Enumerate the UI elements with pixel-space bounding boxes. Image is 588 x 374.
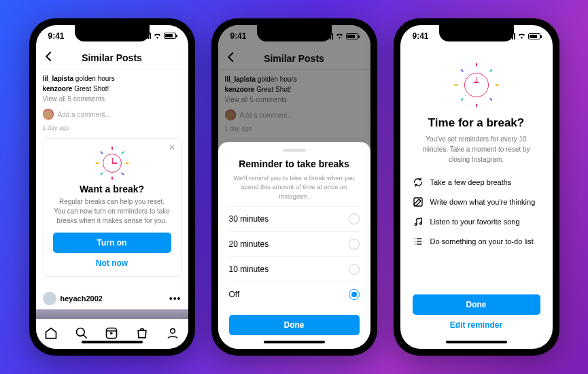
post-caption-area: lil_lapista golden hours kenzoore Great … bbox=[36, 69, 188, 107]
notch bbox=[439, 25, 514, 41]
wifi-icon bbox=[517, 32, 526, 40]
sheet-subtitle: We'll remind you to take a break when yo… bbox=[229, 173, 360, 201]
break-buttons: Done Edit reminder bbox=[400, 288, 553, 349]
sheet-grabber[interactable] bbox=[283, 149, 306, 152]
break-screen: Time for a break? You've set reminders f… bbox=[400, 47, 553, 288]
caption-text: golden hours bbox=[75, 75, 115, 82]
nav-header: Similar Posts bbox=[36, 47, 188, 70]
status-time: 9:41 bbox=[48, 31, 65, 41]
caption-user[interactable]: lil_lapista bbox=[43, 75, 74, 82]
home-icon[interactable] bbox=[44, 326, 58, 343]
card-body: Regular breaks can help you reset. You c… bbox=[53, 197, 171, 226]
break-prompt-card: ✕ Want a break? Regular breaks can help … bbox=[43, 138, 181, 277]
more-icon[interactable]: ••• bbox=[169, 293, 181, 304]
tip-write: Write down what you're thinking bbox=[413, 197, 540, 207]
svg-point-11 bbox=[414, 238, 415, 239]
status-time: 9:41 bbox=[413, 31, 429, 41]
search-icon[interactable] bbox=[75, 326, 88, 343]
option-30min[interactable]: 30 minutes bbox=[229, 206, 360, 231]
modal-overlay[interactable]: Reminder to take breaks We'll remind you… bbox=[218, 25, 370, 349]
option-off[interactable]: Off bbox=[229, 282, 360, 307]
break-subtitle: You've set reminders for every 10 minute… bbox=[413, 134, 540, 165]
tip-breathe: Take a few deep breaths bbox=[413, 177, 540, 188]
clock-icon bbox=[96, 147, 128, 180]
list-icon bbox=[413, 236, 423, 247]
svg-point-7 bbox=[419, 222, 421, 224]
screen-3: 9:41 Time for bbox=[400, 25, 553, 349]
shop-icon[interactable] bbox=[135, 326, 149, 343]
refresh-icon bbox=[413, 177, 423, 188]
music-icon bbox=[413, 216, 423, 227]
comment-text: Great Shot! bbox=[74, 85, 109, 92]
edit-icon bbox=[413, 197, 423, 207]
radio-icon bbox=[349, 214, 360, 224]
screen-2: 9:41 Similar Posts lil_lapista golden ho… bbox=[218, 25, 370, 349]
edit-reminder-button[interactable]: Edit reminder bbox=[413, 315, 540, 330]
svg-point-4 bbox=[171, 328, 175, 333]
card-title: Want a break? bbox=[53, 184, 171, 194]
profile-icon[interactable] bbox=[166, 326, 179, 343]
tips-list: Take a few deep breaths Write down what … bbox=[413, 177, 540, 247]
page-title: Similar Posts bbox=[82, 52, 142, 63]
tip-todo: Do something on your to-do list bbox=[413, 236, 540, 247]
post-username[interactable]: heyach2002 bbox=[60, 294, 165, 303]
close-icon[interactable]: ✕ bbox=[169, 143, 175, 152]
notch bbox=[257, 25, 332, 41]
svg-point-6 bbox=[415, 224, 417, 226]
svg-point-0 bbox=[76, 328, 84, 336]
turn-on-button[interactable]: Turn on bbox=[53, 233, 171, 253]
phone-3: 9:41 Time for bbox=[394, 18, 559, 356]
tab-bar bbox=[36, 319, 188, 349]
phone-2: 9:41 Similar Posts lil_lapista golden ho… bbox=[211, 18, 377, 356]
wifi-icon bbox=[153, 32, 162, 40]
radio-icon bbox=[349, 239, 360, 250]
comment-input[interactable]: Add a comment... bbox=[58, 111, 111, 118]
done-button[interactable]: Done bbox=[413, 294, 540, 315]
avatar[interactable] bbox=[43, 292, 56, 305]
battery-icon bbox=[528, 33, 540, 39]
post-timestamp: 1 day ago bbox=[36, 123, 188, 135]
option-20min[interactable]: 20 minutes bbox=[229, 231, 360, 256]
screen-1: 9:41 Similar Posts lil_lapista golden ho… bbox=[36, 25, 188, 349]
svg-point-12 bbox=[414, 241, 415, 241]
radio-icon-selected bbox=[349, 289, 360, 300]
radio-icon bbox=[349, 264, 360, 275]
view-all-comments[interactable]: View all 5 comments bbox=[43, 94, 181, 104]
done-button[interactable]: Done bbox=[229, 315, 360, 335]
not-now-button[interactable]: Not now bbox=[53, 253, 171, 268]
phone-1: 9:41 Similar Posts lil_lapista golden ho… bbox=[29, 18, 195, 356]
svg-line-1 bbox=[83, 335, 86, 338]
comment-user[interactable]: kenzoore bbox=[43, 85, 73, 92]
tip-music: Listen to your favorite song bbox=[413, 216, 540, 227]
reels-icon[interactable] bbox=[105, 326, 118, 343]
back-icon[interactable] bbox=[43, 50, 55, 65]
notch bbox=[75, 25, 150, 41]
break-title: Time for a break? bbox=[413, 116, 540, 130]
sheet-title: Reminder to take breaks bbox=[229, 158, 360, 169]
avatar bbox=[43, 109, 54, 120]
reminder-sheet: Reminder to take breaks We'll remind you… bbox=[218, 142, 370, 349]
svg-point-13 bbox=[414, 243, 415, 244]
svg-rect-5 bbox=[414, 198, 422, 206]
clock-icon bbox=[455, 63, 498, 107]
add-comment-row[interactable]: Add a comment... bbox=[36, 107, 188, 123]
option-10min[interactable]: 10 minutes bbox=[229, 256, 360, 282]
battery-icon bbox=[164, 33, 176, 39]
